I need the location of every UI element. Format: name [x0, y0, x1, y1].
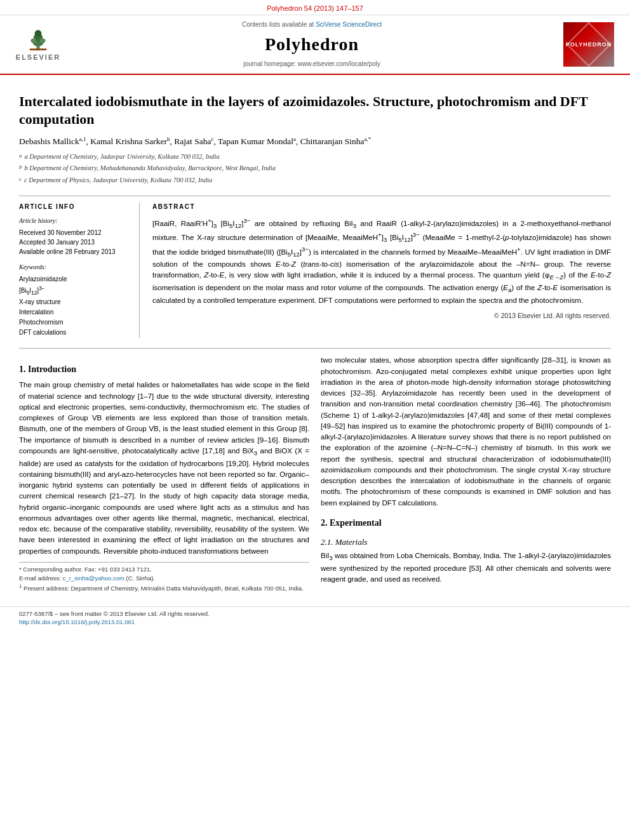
polyhedron-logo: POLYHEDRON: [563, 22, 614, 67]
affil-super-c: c: [19, 175, 22, 187]
elsevier-wordmark: ELSEVIER: [16, 53, 60, 62]
svg-point-3: [35, 30, 42, 37]
article-info-column: ARTICLE INFO Article history: Received 3…: [19, 203, 140, 338]
journal-name: Polyhedron: [265, 32, 359, 57]
synthesized-text: synthesized: [339, 564, 378, 572]
keywords-section: Keywords: Arylazoimidazole [Bi5I12]3− X-…: [19, 263, 130, 338]
section1-title: 1. Introduction: [19, 363, 309, 376]
keyword-1: Arylazoimidazole: [19, 274, 130, 284]
accepted-date: Accepted 30 January 2013: [19, 237, 130, 247]
article-title: Intercalated iodobismuthate in the layer…: [19, 93, 611, 129]
elsevier-branding: ELSEVIER: [13, 20, 64, 68]
section2-title: 2. Experimental: [321, 516, 611, 530]
section-divider: [19, 348, 611, 349]
elsevier-tree-icon: [22, 26, 54, 51]
article-history-label: Article history:: [19, 217, 130, 225]
sciverse-link[interactable]: SciVerse ScienceDirect: [316, 21, 382, 28]
author-super-a2: a: [293, 135, 296, 142]
footnote-email-link[interactable]: c_r_sinha@yahoo.com: [63, 575, 124, 582]
sciverse-line: Contents lists available at SciVerse Sci…: [242, 20, 382, 29]
keyword-3: X-ray structure: [19, 297, 130, 307]
keyword-5: Photochromism: [19, 317, 130, 328]
materials-paragraph: BiI3 was obtained from Loba Chemicals, B…: [321, 550, 611, 585]
keyword-6: DFT calculations: [19, 328, 130, 338]
abstract-column: ABSTRACT [RaaiR, RaaiR'H+]3 [Bi5I12]3− a…: [152, 203, 611, 338]
intro-paragraph-2: two molecular states, whose absorption s…: [321, 355, 611, 509]
abstract-heading: ABSTRACT: [152, 203, 611, 211]
copyright-line: © 2013 Elsevier Ltd. All rights reserved…: [152, 311, 611, 321]
affiliation-a: a a Department of Chemistry, Jadavpur Un…: [19, 152, 611, 163]
journal-homepage: journal homepage: www.elsevier.com/locat…: [243, 60, 380, 69]
svg-point-5: [40, 39, 46, 43]
footnote-1: 1 Present address: Department of Chemist…: [19, 583, 309, 593]
article-info-heading: ARTICLE INFO: [19, 203, 130, 211]
author-super-b: b: [167, 135, 170, 142]
svg-rect-6: [30, 49, 47, 51]
available-date: Available online 28 February 2013: [19, 247, 130, 257]
bottom-bar: 0277-5387/$ – see front matter © 2013 El…: [0, 606, 630, 629]
elsevier-logo: ELSEVIER: [16, 26, 60, 62]
doi-line: http://dx.doi.org/10.1016/j.poly.2013.01…: [19, 618, 611, 626]
intro-paragraph-1: The main group chemistry of metal halide…: [19, 380, 309, 556]
journal-header-center: Contents lists available at SciVerse Sci…: [70, 20, 554, 68]
page: Polyhedron 54 (2013) 147–157 ELSEVIER: [0, 0, 630, 840]
keywords-label: Keywords:: [19, 263, 130, 272]
footnote-corresponding: * Corresponding author. Fax: +91 033 241…: [19, 565, 309, 574]
footnote-email: E-mail address: c_r_sinha@yahoo.com (C. …: [19, 574, 309, 583]
affiliation-c: c c Department of Physics, Jadavpur Univ…: [19, 175, 611, 187]
keyword-4: Intercalation: [19, 307, 130, 317]
footnote-super-1: 1: [19, 583, 22, 589]
received-date: Received 30 November 2012: [19, 228, 130, 237]
affil-super-b: b: [19, 163, 22, 175]
affil-super-a: a: [19, 152, 22, 163]
affiliations: a a Department of Chemistry, Jadavpur Un…: [19, 152, 611, 187]
journal-header: ELSEVIER Contents lists available at Sci…: [0, 15, 630, 74]
keyword-2: [Bi5I12]3−: [19, 284, 130, 298]
body-right-col: two molecular states, whose absorption s…: [321, 355, 611, 593]
author-super-c: c: [211, 135, 213, 142]
doi-link[interactable]: http://dx.doi.org/10.1016/j.poly.2013.01…: [19, 618, 135, 625]
abstract-text: [RaaiR, RaaiR'H+]3 [Bi5I12]3− are obtain…: [152, 217, 611, 306]
footnote-divider: [19, 562, 309, 563]
journal-logo-box: POLYHEDRON: [560, 20, 617, 68]
author-super-astar: a,*: [365, 135, 372, 142]
author-super-a1: a,1: [79, 135, 86, 142]
volume-info: Polyhedron 54 (2013) 147–157: [267, 4, 363, 12]
article-info-abstract-section: ARTICLE INFO Article history: Received 3…: [19, 196, 611, 338]
journal-top-bar: Polyhedron 54 (2013) 147–157: [0, 0, 630, 15]
main-content: Intercalated iodobismuthate in the layer…: [0, 75, 630, 600]
body-two-col: 1. Introduction The main group chemistry…: [19, 355, 611, 593]
issn-line: 0277-5387/$ – see front matter © 2013 El…: [19, 610, 611, 618]
affiliation-b: b b Department of Chemistry, Mahadebanan…: [19, 163, 611, 175]
section2-1-title: 2.1. Materials: [321, 536, 611, 549]
authors: Debashis Mallicka,1, Kamal Krishna Sarke…: [19, 135, 611, 148]
body-left-col: 1. Introduction The main group chemistry…: [19, 355, 309, 593]
svg-point-4: [30, 39, 36, 43]
